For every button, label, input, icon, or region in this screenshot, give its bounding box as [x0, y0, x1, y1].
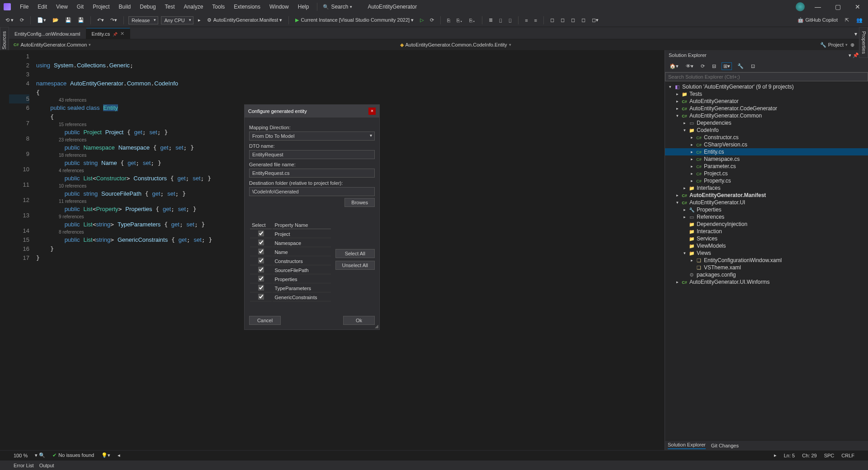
tree-item[interactable]: ▸Properties: [665, 206, 868, 213]
step-icon[interactable]: ⎘▾: [455, 17, 465, 24]
expand-icon[interactable]: ▸: [682, 215, 687, 219]
prop-checkbox[interactable]: [258, 294, 264, 300]
stop-icon[interactable]: ⟳: [428, 16, 436, 24]
menu-help[interactable]: Help: [293, 2, 314, 12]
prop-checkbox[interactable]: [258, 258, 264, 263]
tree-item[interactable]: Interaction: [665, 228, 868, 235]
maximize-button[interactable]: ▢: [831, 3, 844, 10]
tree-item[interactable]: ▸Entity.cs: [665, 148, 868, 155]
show-all-icon[interactable]: ⊞▾: [722, 62, 732, 70]
menu-file[interactable]: File: [15, 2, 33, 12]
expand-icon[interactable]: ▾: [668, 85, 672, 89]
pin-icon[interactable]: [113, 31, 118, 37]
ok-button[interactable]: Ok: [343, 316, 375, 325]
expand-icon[interactable]: ▸: [689, 135, 694, 140]
solution-search-input[interactable]: [665, 72, 868, 81]
close-icon[interactable]: ✕: [120, 31, 124, 37]
redo-icon[interactable]: ↷▾: [108, 16, 119, 24]
bookmark-icon[interactable]: ◻: [580, 16, 587, 24]
refresh-icon[interactable]: ⟳: [699, 62, 707, 70]
search-box[interactable]: Search ▾: [321, 4, 354, 10]
prop-checkbox[interactable]: [258, 249, 264, 254]
tree-item[interactable]: ▾Solution 'AutoEntityGenerator' (9 of 9 …: [665, 83, 868, 90]
startup-project-dropdown[interactable]: AutoEntityGenerator.Manifest ▾: [205, 16, 284, 24]
expand-icon[interactable]: ▸: [689, 164, 694, 169]
preview-icon[interactable]: ⊡: [749, 62, 757, 70]
expand-icon[interactable]: ▸: [689, 171, 694, 176]
select-all-button[interactable]: Select All: [335, 249, 375, 258]
toolbar-icon[interactable]: ≡: [523, 17, 529, 24]
prop-checkbox[interactable]: [258, 240, 264, 245]
expand-icon[interactable]: ▸: [675, 106, 679, 111]
toolbar-icon[interactable]: ≡: [533, 17, 539, 24]
tree-item[interactable]: ▸Tests: [665, 90, 868, 98]
menu-test[interactable]: Test: [160, 2, 179, 12]
codelens[interactable]: 43 references: [36, 97, 665, 103]
cancel-button[interactable]: Cancel: [249, 316, 281, 325]
tab-output[interactable]: Output: [39, 463, 54, 468]
dialog-close-button[interactable]: ×: [368, 108, 376, 115]
bookmark-icon[interactable]: ◻▾: [590, 16, 600, 24]
dto-name-input[interactable]: [249, 150, 375, 159]
expand-icon[interactable]: ▸: [682, 186, 687, 190]
expand-icon[interactable]: ▾: [675, 113, 679, 118]
prop-checkbox[interactable]: [258, 267, 264, 273]
nav-project-dropdown[interactable]: C# AutoEntityGenerator.Common: [14, 42, 91, 47]
destination-folder-input[interactable]: [249, 187, 375, 196]
back-icon[interactable]: ⟲ ▾: [4, 16, 15, 24]
table-row[interactable]: Constructors: [250, 257, 331, 265]
home-icon[interactable]: 🏠▾: [668, 62, 680, 70]
save-icon[interactable]: 💾: [63, 16, 73, 24]
share-icon[interactable]: ⇱: [843, 16, 851, 24]
issues-indicator[interactable]: No issues found: [52, 452, 94, 458]
expand-icon[interactable]: ▸: [689, 157, 694, 161]
pin-icon[interactable]: 📌: [853, 52, 859, 58]
menu-project[interactable]: Project: [88, 2, 114, 12]
tree-item[interactable]: ▸References: [665, 213, 868, 221]
prop-checkbox[interactable]: [258, 230, 264, 236]
tree-item[interactable]: ▸Property.cs: [665, 177, 868, 184]
tree-item[interactable]: ▸Project.cs: [665, 170, 868, 177]
tree-item[interactable]: ▸AutoEntityGenerator.UI.Winforms: [665, 278, 868, 286]
nav-type-dropdown[interactable]: ◆ AutoEntityGenerator.Common.CodeInfo.En…: [400, 42, 511, 48]
user-avatar-icon[interactable]: [796, 2, 805, 11]
deploy-icon[interactable]: ▸: [196, 16, 203, 24]
unselect-all-button[interactable]: Unselect All: [335, 261, 375, 270]
lineending-indicator[interactable]: CRLF: [841, 453, 854, 458]
tree-item[interactable]: ▸CSharpVersion.cs: [665, 141, 868, 148]
tree-item[interactable]: ▸Constructor.cs: [665, 134, 868, 141]
tree-item[interactable]: ViewModels: [665, 242, 868, 249]
table-row[interactable]: Name: [250, 248, 331, 256]
expand-icon[interactable]: ▸: [689, 179, 694, 183]
menu-analyze[interactable]: Analyze: [179, 2, 208, 12]
live-share-icon[interactable]: 👥: [854, 16, 864, 24]
tree-item[interactable]: packages.config: [665, 271, 868, 278]
start-debug-button[interactable]: Current Instance [Visual Studio Communit…: [293, 16, 415, 24]
scroll-left-icon[interactable]: ◂: [118, 452, 120, 458]
expand-icon[interactable]: ▸: [689, 142, 694, 147]
open-icon[interactable]: 📂: [51, 16, 61, 24]
code-editor[interactable]: 1234 5 6 7 8 9 10 11 12 13 14151617 usin…: [0, 50, 665, 450]
undo-icon[interactable]: ↶▾: [95, 16, 106, 24]
mapping-direction-dropdown[interactable]: From Dto To Model: [249, 132, 375, 141]
doc-tab-entityconfig[interactable]: EntityConfig...onWindow.xaml: [9, 29, 86, 39]
tree-item[interactable]: ▸Interfaces: [665, 184, 868, 192]
close-button[interactable]: ✕: [851, 3, 864, 10]
zoom-icon[interactable]: ▾ 🔍: [35, 452, 45, 458]
properties-icon[interactable]: 🔧: [736, 62, 745, 70]
tree-item[interactable]: DependencyInjection: [665, 221, 868, 228]
scroll-right-icon[interactable]: ▸: [774, 452, 777, 458]
forward-icon[interactable]: ⟳: [18, 16, 26, 24]
expand-icon[interactable]: ▸: [675, 280, 679, 284]
tab-solution-explorer[interactable]: Solution Explorer: [668, 442, 706, 449]
lightbulb-icon[interactable]: 💡▾: [101, 452, 110, 458]
tab-error-list[interactable]: Error List: [14, 463, 34, 468]
new-item-icon[interactable]: 📄▾: [35, 16, 48, 24]
tree-item[interactable]: ▸Namespace.cs: [665, 155, 868, 163]
table-row[interactable]: Namespace: [250, 239, 331, 247]
save-all-icon[interactable]: 💾: [76, 16, 86, 24]
expand-icon[interactable]: ▾: [682, 128, 687, 132]
indent-indicator[interactable]: SPC: [824, 453, 835, 458]
menu-edit[interactable]: Edit: [33, 2, 52, 12]
menu-window[interactable]: Window: [265, 2, 293, 12]
